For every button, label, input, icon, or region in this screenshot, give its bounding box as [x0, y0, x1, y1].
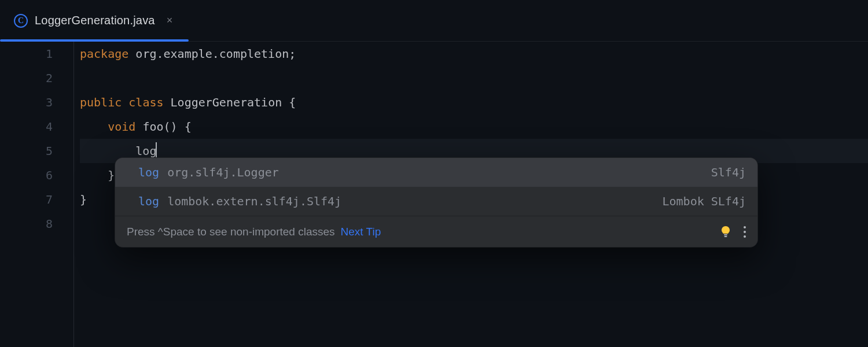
line-number: 4 [0, 115, 53, 139]
completion-item[interactable]: log lombok.extern.slf4j.Slf4j Lombok SLf… [115, 187, 757, 216]
completion-item-qualifier: org.slf4j.Logger [167, 160, 279, 184]
line-number: 5 [0, 139, 53, 163]
completion-item-source: Slf4j [711, 160, 746, 184]
class-file-icon: C [14, 14, 28, 28]
close-tab-icon[interactable]: × [164, 14, 175, 27]
lightbulb-icon[interactable] [719, 226, 732, 238]
next-tip-link[interactable]: Next Tip [341, 220, 381, 244]
code-area[interactable]: package org.example.completion; public c… [74, 42, 868, 347]
completion-item[interactable]: log org.slf4j.Logger Slf4j [115, 158, 757, 187]
completion-item-name: log [138, 160, 159, 184]
more-options-icon[interactable] [740, 226, 749, 238]
code-line: package org.example.completion; [80, 42, 868, 66]
code-line: void foo() { [80, 115, 868, 139]
tab-title: LoggerGeneration.java [35, 14, 155, 27]
completion-item-name: log [138, 189, 159, 213]
completion-footer: Press ^Space to see non-imported classes… [115, 216, 757, 247]
completion-item-qualifier: lombok.extern.slf4j.Slf4j [167, 189, 341, 213]
editor-tab[interactable]: C LoggerGeneration.java × [0, 0, 189, 41]
line-number: 1 [0, 42, 53, 66]
completion-item-source: Lombok SLf4j [663, 189, 746, 213]
editor[interactable]: 1 2 3 4 5 6 7 8 package org.example.comp… [0, 42, 868, 347]
line-number: 3 [0, 90, 53, 115]
tab-bar: C LoggerGeneration.java × [0, 0, 868, 42]
caret-icon [156, 142, 157, 157]
line-number: 6 [0, 163, 53, 187]
svg-rect-1 [724, 236, 727, 237]
completion-hint-text: Press ^Space to see non-imported classes [127, 220, 335, 244]
code-line: public class LoggerGeneration { [80, 90, 868, 115]
line-number: 8 [0, 212, 53, 236]
line-number: 2 [0, 66, 53, 90]
svg-rect-0 [724, 234, 727, 235]
code-line [80, 66, 868, 90]
line-number: 7 [0, 187, 53, 212]
gutter: 1 2 3 4 5 6 7 8 [0, 42, 74, 347]
completion-popup[interactable]: log org.slf4j.Logger Slf4j log lombok.ex… [115, 157, 758, 248]
